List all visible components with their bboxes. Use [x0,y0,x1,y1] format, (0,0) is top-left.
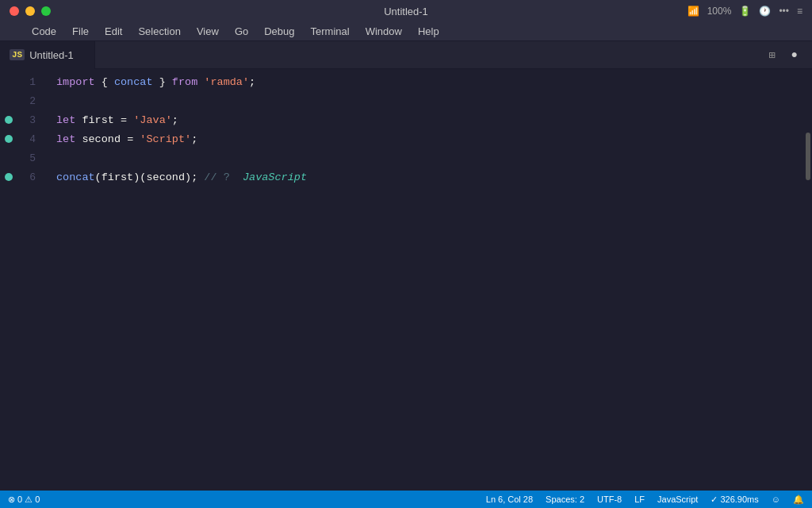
menu-edit[interactable]: Edit [98,23,128,40]
apple-menu[interactable] [6,25,19,38]
scrollbar[interactable] [804,69,812,491]
notifications-icon: 🔔 [793,495,804,505]
smiley-icon: ☺ [772,495,780,504]
battery-label: 100% [707,6,732,17]
tab-actions: ⊞ ● [764,47,812,64]
gutter-row-2: 2 [0,91,44,110]
breakpoint-4[interactable] [5,135,13,143]
gutter-row-4: 4 [0,129,44,148]
indentation[interactable]: Spaces: 2 [546,495,584,504]
line-number-6: 6 [16,171,36,183]
menu-help[interactable]: Help [412,23,446,40]
line-number-2: 2 [16,95,36,107]
editor-tab[interactable]: JS Untitled-1 [0,41,95,69]
breakpoint-1 [5,78,13,86]
code-editor[interactable]: import { concat } from 'ramda' ; let fir… [44,69,804,491]
menu-view[interactable]: View [190,23,225,40]
gutter-row-3: 3 [0,110,44,129]
timing: ✓ 326.90ms [710,495,758,505]
menu-icon: ≡ [797,6,802,17]
traffic-lights [10,6,51,16]
js-file-icon: JS [10,49,25,60]
clock-icon: 🕐 [759,6,771,17]
code-line-5 [56,148,804,167]
menubar: Code File Edit Selection View Go Debug T… [0,22,812,41]
statusbar: ⊗ 0 ⚠ 0 Ln 6, Col 28 Spaces: 2 UTF-8 LF … [0,491,812,508]
error-count: 0 [17,495,22,504]
statusbar-right: Ln 6, Col 28 Spaces: 2 UTF-8 LF JavaScri… [486,495,804,505]
tabbar: JS Untitled-1 ⊞ ● [0,41,812,69]
unsaved-indicator: ● [787,47,802,63]
menu-debug[interactable]: Debug [258,23,301,40]
code-line-4: let second = 'Script' ; [56,129,804,148]
minimize-button[interactable] [25,6,35,16]
language-mode[interactable]: JavaScript [657,495,698,504]
menu-file[interactable]: File [66,23,95,40]
menu-window[interactable]: Window [359,23,408,40]
line-number-4: 4 [16,133,36,145]
menu-selection[interactable]: Selection [132,23,186,40]
battery-icon: 🔋 [739,6,751,17]
titlebar: Untitled-1 📶 100% 🔋 🕐 ••• ≡ [0,0,812,22]
line-number-3: 3 [16,114,36,126]
keyword-import: import [56,76,95,88]
more-icon: ••• [779,6,789,17]
warning-icon: ⚠ [25,495,33,505]
warning-count: 0 [35,495,40,504]
menu-go[interactable]: Go [228,23,255,40]
line-ending[interactable]: LF [634,495,645,504]
code-line-2 [56,91,804,110]
error-icon: ⊗ [8,495,15,505]
line-number-5: 5 [16,152,36,164]
scrollbar-thumb[interactable] [806,133,810,180]
code-line-6: concat ( first )( second ); // ? JavaScr… [56,167,804,187]
line-number-1: 1 [16,76,36,88]
maximize-button[interactable] [41,6,51,16]
errors-status[interactable]: ⊗ 0 ⚠ 0 [8,495,40,505]
gutter-row-6: 6 [0,167,44,187]
gutter-row-1: 1 [0,72,44,91]
encoding[interactable]: UTF-8 [597,495,622,504]
wifi-icon: 📶 [688,6,699,17]
breakpoint-6[interactable] [5,173,13,181]
line-gutter: 1 2 3 4 5 6 [0,69,44,491]
titlebar-right: 📶 100% 🔋 🕐 ••• ≡ [688,6,802,17]
breakpoint-2 [5,97,13,105]
menu-code[interactable]: Code [25,23,63,40]
split-editor-button[interactable]: ⊞ [764,47,779,64]
menu-terminal[interactable]: Terminal [304,23,356,40]
breakpoint-5 [5,154,13,162]
statusbar-left: ⊗ 0 ⚠ 0 [8,495,40,505]
close-button[interactable] [10,6,19,16]
tab-label: Untitled-1 [29,49,74,61]
window-title: Untitled-1 [384,6,428,17]
gutter-row-5: 5 [0,148,44,167]
editor-area: 1 2 3 4 5 6 import { [0,69,812,491]
breakpoint-3[interactable] [5,116,13,124]
code-line-1: import { concat } from 'ramda' ; [56,72,804,91]
cursor-position[interactable]: Ln 6, Col 28 [486,495,533,504]
code-line-3: let first = 'Java' ; [56,110,804,129]
